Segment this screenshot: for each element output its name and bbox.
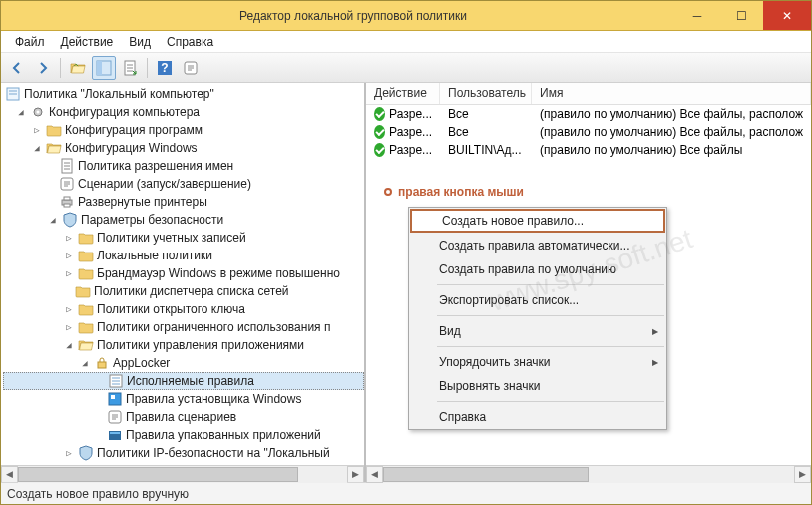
scroll-icon — [59, 176, 75, 192]
toolbar: ? — [1, 53, 811, 83]
tree-item[interactable]: ◢Параметры безопасности — [3, 211, 364, 229]
scroll-right-arrow[interactable]: ▶ — [794, 466, 811, 483]
expand-icon[interactable]: ▷ — [63, 233, 75, 243]
tree-item[interactable]: ◢Политики управления приложениями — [3, 336, 364, 354]
doc-icon — [59, 158, 75, 174]
menu-action[interactable]: Действие — [53, 35, 122, 49]
forward-button[interactable] — [31, 56, 55, 80]
tree-item[interactable]: Сценарии (запуск/завершение) — [3, 175, 364, 193]
allow-icon — [374, 143, 385, 157]
tree[interactable]: Политика "Локальный компьютер" ◢Конфигур… — [1, 83, 364, 465]
folder-icon — [46, 122, 62, 138]
back-button[interactable] — [5, 56, 29, 80]
list-row[interactable]: Разре... Все (правило по умолчанию) Все … — [366, 123, 811, 141]
policy-icon — [5, 86, 21, 102]
tree-h-scrollbar[interactable]: ◀ ▶ — [1, 465, 364, 482]
ctx-separator — [437, 346, 664, 347]
up-button[interactable] — [66, 56, 90, 80]
window-title: Редактор локальной групповой политики — [31, 9, 675, 23]
ctx-export-list[interactable]: Экспортировать список... — [409, 288, 666, 312]
tree-item[interactable]: ▷Политики IP-безопасности на "Локальный — [3, 444, 364, 462]
col-action[interactable]: Действие — [366, 83, 440, 104]
folder-icon — [78, 319, 94, 335]
tree-item[interactable]: Правила упакованных приложений — [3, 426, 364, 444]
expand-icon[interactable]: ◢ — [63, 340, 75, 350]
app-icon — [107, 391, 123, 407]
list-row[interactable]: Разре... Все (правило по умолчанию) Все … — [366, 105, 811, 123]
tree-item[interactable]: ▷Политики учетных записей — [3, 229, 364, 247]
list-icon — [108, 373, 124, 389]
statusbar: Создать новое правило вручную — [1, 482, 811, 504]
tree-item[interactable]: ◢AppLocker — [3, 354, 364, 372]
tree-item[interactable]: ◢Конфигурация Windows — [3, 139, 364, 157]
tree-item[interactable]: Правила сценариев — [3, 408, 364, 426]
tree-item[interactable]: Правила установщика Windows — [3, 390, 364, 408]
expand-icon[interactable]: ◢ — [47, 215, 59, 225]
scroll-right-arrow[interactable]: ▶ — [347, 466, 364, 483]
shield-icon — [62, 212, 78, 228]
folder-open-icon — [78, 337, 94, 353]
list-h-scrollbar[interactable]: ◀ ▶ — [366, 465, 811, 482]
scroll-left-arrow[interactable]: ◀ — [1, 466, 18, 483]
tree-item[interactable]: ▷Локальные политики — [3, 247, 364, 264]
col-name[interactable]: Имя — [532, 83, 811, 104]
tree-pane: Политика "Локальный компьютер" ◢Конфигур… — [1, 83, 366, 482]
tree-item[interactable]: ▷Конфигурация программ — [3, 121, 364, 139]
expand-icon[interactable]: ▷ — [31, 125, 43, 135]
printer-icon — [59, 194, 75, 210]
ctx-help[interactable]: Справка — [409, 405, 666, 429]
export-button[interactable] — [118, 56, 142, 80]
list-pane: Действие Пользователь Имя Разре... Все (… — [366, 83, 811, 482]
ctx-align-icons[interactable]: Выровнять значки — [409, 374, 666, 398]
refresh-button[interactable] — [179, 56, 203, 80]
help-button[interactable]: ? — [153, 56, 177, 80]
tree-item[interactable]: ▷Политики открытого ключа — [3, 300, 364, 318]
ctx-create-new-rule[interactable]: Создать новое правило... — [410, 209, 665, 233]
list-row[interactable]: Разре... BUILTIN\Ад... (правило по умолч… — [366, 141, 811, 159]
folder-icon — [78, 248, 94, 263]
ctx-create-default[interactable]: Создать правила по умолчанию — [409, 257, 666, 281]
tree-root[interactable]: Политика "Локальный компьютер" — [3, 85, 364, 103]
col-user[interactable]: Пользователь — [440, 83, 532, 104]
annotation-dot-icon — [384, 188, 392, 196]
tree-item-selected[interactable]: Исполняемые правила — [3, 372, 364, 390]
context-menu: Создать новое правило... Создать правила… — [408, 207, 667, 430]
menu-file[interactable]: Файл — [7, 35, 53, 49]
annotation: правая кнопка мыши — [384, 185, 524, 199]
allow-icon — [374, 125, 385, 139]
shield-icon — [78, 445, 94, 461]
expand-icon[interactable]: ▷ — [63, 322, 75, 332]
tree-item[interactable]: Политики диспетчера списка сетей — [3, 282, 364, 300]
tree-item[interactable]: ▷Политики ограниченного использования п — [3, 318, 364, 336]
scroll-icon — [107, 409, 123, 425]
folder-open-icon — [46, 140, 62, 156]
list-body[interactable]: Разре... Все (правило по умолчанию) Все … — [366, 105, 811, 465]
expand-icon[interactable]: ▷ — [63, 304, 75, 314]
tree-item[interactable]: ▷Брандмауэр Windows в режиме повышенно — [3, 264, 364, 282]
maximize-button[interactable]: ☐ — [719, 1, 763, 30]
show-tree-button[interactable] — [92, 56, 116, 80]
ctx-view[interactable]: Вид — [409, 319, 666, 343]
close-button[interactable]: ✕ — [763, 1, 811, 30]
expand-icon[interactable]: ◢ — [15, 107, 27, 117]
tree-item[interactable]: Развернутые принтеры — [3, 193, 364, 211]
expand-icon[interactable]: ▷ — [63, 268, 75, 278]
tree-item[interactable]: ◢Конфигурация компьютера — [3, 103, 364, 121]
menu-help[interactable]: Справка — [159, 35, 221, 49]
expand-icon[interactable]: ◢ — [79, 358, 91, 368]
expand-icon[interactable]: ▷ — [63, 251, 75, 260]
package-icon — [107, 427, 123, 443]
minimize-button[interactable]: ─ — [675, 1, 719, 30]
ctx-create-auto[interactable]: Создать правила автоматически... — [409, 234, 666, 257]
expand-icon[interactable]: ◢ — [31, 143, 43, 153]
ctx-separator — [437, 284, 664, 285]
scroll-left-arrow[interactable]: ◀ — [366, 466, 383, 483]
menu-view[interactable]: Вид — [121, 35, 159, 49]
tree-item[interactable]: Политика разрешения имен — [3, 157, 364, 175]
ctx-arrange-icons[interactable]: Упорядочить значки — [409, 350, 666, 374]
expand-icon[interactable]: ▷ — [63, 448, 75, 458]
list-header: Действие Пользователь Имя — [366, 83, 811, 105]
folder-icon — [78, 265, 94, 281]
folder-icon — [78, 230, 94, 246]
svg-rect-15 — [97, 61, 102, 75]
